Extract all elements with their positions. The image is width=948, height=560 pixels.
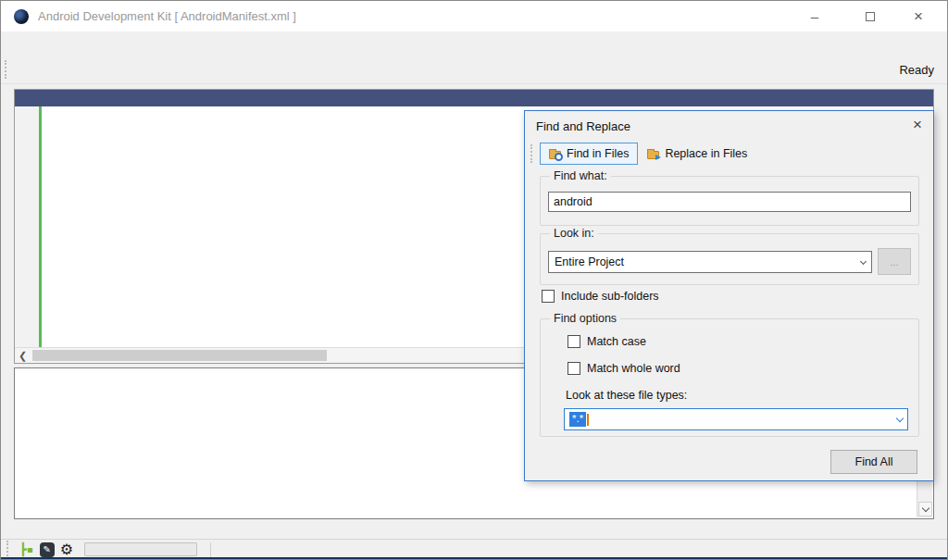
file-types-value: *.*: [569, 412, 586, 427]
tab-find-in-files-label: Find in Files: [567, 147, 629, 160]
progress-bar: [84, 542, 197, 556]
edit-icon[interactable]: ✎: [40, 542, 55, 557]
editor-tab-bar: [15, 90, 933, 106]
gear-icon[interactable]: ⚙: [60, 542, 73, 557]
menu-bar: [1, 31, 947, 56]
include-subfolders-label: Include sub-folders: [561, 290, 659, 303]
minimize-button[interactable]: –: [793, 1, 836, 31]
toolbar: [1, 56, 947, 84]
status-grip: [6, 541, 11, 559]
maximize-icon: [866, 12, 875, 21]
file-types-label: Look at these file types:: [566, 389, 687, 402]
chevron-down-icon: [921, 504, 929, 511]
match-whole-word-label: Match whole word: [587, 362, 680, 375]
dialog-title: Find and Replace: [536, 119, 630, 133]
dialog-mode-tabs: Find in Files Replace in Files: [530, 143, 756, 165]
scroll-left-arrow[interactable]: ❮: [15, 348, 31, 363]
match-whole-word-checkbox[interactable]: [568, 362, 580, 375]
status-divider: [210, 542, 211, 557]
look-in-label: Look in:: [550, 227, 598, 240]
dialog-toolbar-grip: [530, 144, 534, 163]
tree-view-icon[interactable]: ┣▪: [19, 542, 34, 556]
chevron-down-icon: [896, 414, 904, 421]
app-logo-icon: [14, 9, 29, 24]
status-bar: ┣▪ ✎ ⚙: [1, 539, 947, 559]
look-in-group: Look in: Entire Project ...: [540, 233, 919, 285]
look-in-value: Entire Project: [555, 255, 624, 268]
toolbar-grip: [5, 60, 9, 79]
replace-in-files-icon: [647, 151, 659, 159]
line-number-margin: [15, 106, 39, 349]
match-case-checkbox[interactable]: [568, 335, 580, 348]
maximize-button[interactable]: [849, 1, 892, 31]
close-button[interactable]: ×: [897, 1, 940, 31]
find-what-group: Find what: android: [540, 176, 919, 226]
bottom-tab-strip: [14, 520, 934, 539]
scroll-down-arrow[interactable]: [918, 502, 932, 516]
chevron-down-icon: [860, 257, 867, 264]
include-subfolders-row[interactable]: Include sub-folders: [542, 290, 659, 303]
find-options-label: Find options: [550, 312, 620, 325]
find-all-button[interactable]: Find All: [830, 450, 917, 474]
window-title: Android Development Kit [ AndroidManifes…: [38, 9, 296, 23]
horizontal-scroll-thumb[interactable]: [32, 350, 327, 361]
tab-replace-in-files[interactable]: Replace in Files: [638, 143, 756, 165]
status-left-tools: ┣▪ ✎ ⚙: [1, 541, 211, 559]
find-replace-dialog: Find and Replace × Find in Files Replace…: [524, 110, 934, 481]
dialog-close-button[interactable]: ×: [913, 116, 922, 134]
text-caret: [587, 414, 589, 426]
match-case-label: Match case: [587, 335, 646, 348]
file-types-combo[interactable]: *.*: [564, 408, 908, 430]
find-in-files-icon: [549, 151, 561, 159]
tab-find-in-files[interactable]: Find in Files: [540, 143, 638, 165]
find-what-label: Find what:: [550, 169, 611, 182]
app-window: Android Development Kit [ AndroidManifes…: [0, 0, 948, 560]
browse-button[interactable]: ...: [878, 248, 911, 275]
title-bar: Android Development Kit [ AndroidManifes…: [1, 1, 947, 31]
window-bottom-border: [1, 557, 947, 559]
file-types-label-text: Look at these file types:: [566, 389, 687, 402]
ready-status: Ready: [899, 56, 934, 84]
find-what-input[interactable]: android: [548, 192, 911, 212]
match-case-row[interactable]: Match case: [568, 335, 646, 348]
tab-replace-in-files-label: Replace in Files: [665, 147, 747, 160]
include-subfolders-checkbox[interactable]: [542, 290, 555, 303]
look-in-select[interactable]: Entire Project: [548, 251, 872, 273]
match-whole-word-row[interactable]: Match whole word: [568, 362, 680, 375]
fold-margin[interactable]: [42, 106, 54, 349]
